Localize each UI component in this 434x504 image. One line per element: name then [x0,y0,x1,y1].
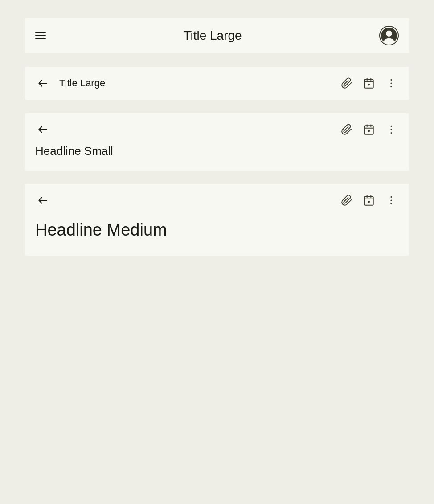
toolbar-title-1: Title Large [59,77,105,89]
svg-point-15 [368,130,370,132]
toolbar-left-3 [35,193,50,208]
svg-point-10 [390,86,392,87]
attach-button-2[interactable] [339,122,354,137]
svg-point-24 [390,196,392,198]
app-bar: Title Large [25,18,409,53]
toolbar-card-1: Title Large [25,67,409,100]
svg-point-8 [390,79,392,81]
svg-point-26 [390,203,392,204]
more-button-3[interactable] [384,193,399,208]
svg-point-16 [390,126,392,127]
toolbar-row-1: Title Large [35,76,399,91]
toolbar-card-2: Headline Small [25,113,409,171]
toolbar-left-1: Title Large [35,76,105,91]
svg-rect-3 [364,79,373,88]
back-button-3[interactable] [35,193,50,208]
calendar-button-3[interactable] [361,193,377,208]
attach-button-1[interactable] [339,76,354,91]
svg-point-9 [390,82,392,84]
calendar-button-1[interactable] [361,76,377,91]
toolbar-row-3 [35,193,399,208]
headline-small-title: Headline Small [35,144,399,158]
back-button-1[interactable] [35,76,50,91]
attach-button-3[interactable] [339,193,354,208]
hamburger-icon[interactable] [35,32,46,39]
toolbar-card-3: Headline Medium [25,184,409,256]
toolbar-right-1 [339,76,399,91]
headline-medium-title: Headline Medium [35,220,399,240]
svg-point-7 [368,84,370,85]
toolbar-right-3 [339,193,399,208]
app-bar-title: Title Large [183,28,242,43]
svg-point-18 [390,132,392,134]
svg-point-23 [368,201,370,203]
svg-point-1 [386,31,392,37]
calendar-button-2[interactable] [361,122,377,137]
toolbar-left-2 [35,122,50,137]
back-button-2[interactable] [35,122,50,137]
more-button-1[interactable] [384,76,399,91]
avatar-icon[interactable] [379,26,399,45]
toolbar-row-2 [35,122,399,137]
toolbar-right-2 [339,122,399,137]
svg-point-25 [390,199,392,201]
more-button-2[interactable] [384,122,399,137]
svg-point-17 [390,129,392,130]
